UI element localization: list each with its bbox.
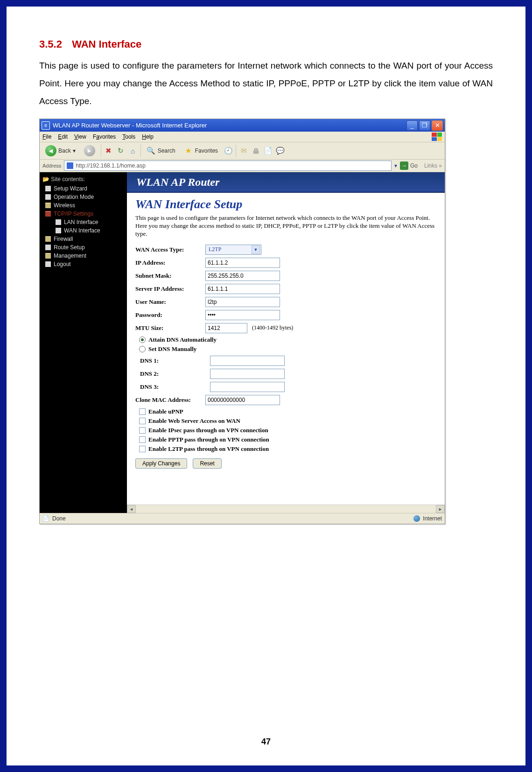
section-intro-text: This page is used to configure the param… — [39, 57, 493, 110]
checkbox-row[interactable]: Enable PPTP pass through on VPN connecti… — [139, 436, 436, 443]
dns2-input[interactable] — [210, 369, 285, 379]
row-server-ip: Server IP Address: — [135, 284, 436, 294]
search-icon: 🔍 — [147, 146, 156, 155]
folder-open-icon — [45, 211, 51, 217]
checkbox-row[interactable]: Enable Web Server Access on WAN — [139, 417, 436, 425]
chevron-down-icon: ▼ — [252, 246, 260, 254]
sidebar-item[interactable]: LAN Interface — [42, 218, 124, 226]
sidebar-item[interactable]: Logout — [42, 260, 124, 268]
sidebar-item[interactable]: TCP/IP Settings — [42, 210, 124, 218]
favorites-button[interactable]: ★ Favorites — [181, 145, 221, 156]
dns-auto-radio[interactable]: Attain DNS Automatically — [139, 336, 436, 344]
menu-help[interactable]: Help — [142, 133, 154, 140]
windows-logo-icon — [432, 133, 442, 141]
radio-icon — [139, 346, 146, 352]
mail-icon[interactable]: ✉ — [239, 146, 248, 155]
menu-view[interactable]: View — [74, 133, 86, 140]
checkbox-icon — [139, 418, 146, 424]
folder-icon — [45, 253, 51, 259]
close-button[interactable]: ✕ — [432, 120, 443, 131]
sidebar-item[interactable]: Operation Mode — [42, 193, 124, 201]
checkbox-icon — [139, 446, 146, 452]
checkbox-label: Enable Web Server Access on WAN — [148, 417, 240, 425]
sidebar-item[interactable]: Setup Wizard — [42, 184, 124, 193]
window-title: WLAN AP Router Webserver - Microsoft Int… — [53, 122, 207, 129]
address-label: Address — [42, 163, 61, 168]
menu-file[interactable]: File — [42, 133, 51, 140]
checkbox-icon — [139, 408, 146, 415]
horizontal-scrollbar[interactable]: ◄ ► — [127, 505, 445, 513]
row-ip-address: IP Address: — [135, 258, 436, 268]
sidebar-item-label: Operation Mode — [54, 194, 94, 200]
server-ip-input[interactable] — [205, 284, 280, 294]
dropdown-icon: ▾ — [73, 147, 76, 154]
forward-button[interactable]: ► — [81, 144, 98, 157]
checkbox-row[interactable]: Enable uPNP — [139, 408, 436, 415]
checkbox-label: Enable L2TP pass through on VPN connecti… — [148, 445, 269, 453]
ip-address-input[interactable] — [205, 258, 280, 268]
maximize-button[interactable]: ❐ — [419, 120, 430, 131]
menu-tools[interactable]: Tools — [122, 133, 135, 140]
edit-icon[interactable]: 📄 — [263, 146, 273, 155]
scroll-right-icon[interactable]: ► — [436, 505, 445, 513]
password-input[interactable] — [205, 310, 280, 320]
user-name-input[interactable] — [205, 297, 280, 307]
links-label[interactable]: Links » — [424, 162, 442, 169]
section-number: 3.5.2 — [39, 38, 69, 50]
section-heading: 3.5.2 WAN Interface — [39, 38, 493, 50]
row-dns3: DNS 3: — [135, 382, 436, 392]
back-button[interactable]: ◄ Back ▾ — [42, 144, 78, 157]
menu-edit[interactable]: Edit — [58, 133, 68, 140]
sidebar-item-label: Wireless — [54, 202, 75, 209]
clone-mac-input[interactable] — [205, 395, 280, 405]
refresh-icon[interactable]: ↻ — [116, 146, 126, 155]
sidebar-item[interactable]: Firewall — [42, 235, 124, 243]
document-page-frame: 3.5.2 WAN Interface This page is used to… — [0, 0, 532, 772]
page-icon — [45, 186, 51, 191]
status-zone: Internet — [423, 515, 442, 522]
subnet-mask-input[interactable] — [205, 271, 280, 281]
discuss-icon[interactable]: 💬 — [275, 146, 285, 155]
status-done: Done — [52, 515, 66, 522]
row-clone-mac: Clone MAC Address: — [135, 395, 436, 405]
checkbox-row[interactable]: Enable IPsec pass through on VPN connect… — [139, 427, 436, 434]
globe-icon — [413, 515, 420, 522]
main-pane: WLAN AP Router WAN Interface Setup This … — [127, 172, 445, 513]
menu-favorites[interactable]: Favorites — [93, 133, 116, 140]
dns3-input[interactable] — [210, 382, 285, 392]
address-input[interactable]: http://192.168.1.1/home.asp — [64, 161, 392, 171]
checkbox-icon — [139, 436, 146, 443]
page-icon — [45, 194, 51, 200]
sidebar-item[interactable]: WAN Interface — [42, 226, 124, 235]
go-icon: → — [400, 161, 408, 170]
sidebar-item[interactable]: Management — [42, 252, 124, 260]
mtu-input[interactable] — [205, 323, 247, 333]
wan-access-type-select[interactable]: L2TP ▼ — [205, 245, 261, 255]
address-dropdown-icon[interactable]: ▾ — [394, 162, 397, 169]
sidebar-item-label: WAN Interface — [64, 227, 100, 234]
sidebar-item[interactable]: Wireless — [42, 201, 124, 210]
stop-icon[interactable]: ✖ — [104, 146, 113, 155]
reset-button[interactable]: Reset — [193, 458, 221, 469]
sidebar-nav: 📂 Site contents: Setup WizardOperation M… — [40, 172, 127, 513]
sidebar-item-label: Management — [54, 253, 86, 259]
go-button[interactable]: → Go — [400, 161, 418, 170]
search-button[interactable]: 🔍 Search — [144, 145, 178, 156]
folder-icon — [45, 203, 51, 208]
apply-changes-button[interactable]: Apply Changes — [135, 458, 187, 469]
history-icon[interactable]: 🕘 — [224, 146, 233, 155]
sidebar-title: 📂 Site contents: — [42, 176, 124, 182]
checkbox-row[interactable]: Enable L2TP pass through on VPN connecti… — [139, 445, 436, 453]
minimize-button[interactable]: _ — [406, 120, 418, 131]
sidebar-item[interactable]: Route Setup — [42, 243, 124, 252]
dns1-input[interactable] — [210, 356, 285, 366]
scroll-left-icon[interactable]: ◄ — [127, 505, 136, 513]
dns-manual-radio[interactable]: Set DNS Manually — [139, 345, 436, 353]
row-wan-access-type: WAN Access Type: L2TP ▼ — [135, 245, 436, 255]
radio-icon — [139, 337, 146, 343]
print-icon[interactable]: 🖶 — [251, 146, 260, 155]
row-password: Password: — [135, 310, 436, 320]
home-icon[interactable]: ⌂ — [128, 146, 138, 155]
page-icon — [66, 162, 74, 169]
ie-toolbar: ◄ Back ▾ ► ✖ ↻ ⌂ 🔍 Search ★ Favor — [40, 142, 445, 160]
